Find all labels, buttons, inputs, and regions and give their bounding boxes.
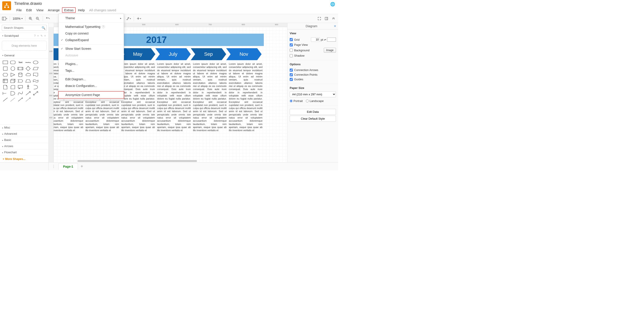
shape-step[interactable] (17, 78, 24, 83)
grid-checkbox[interactable] (290, 38, 293, 41)
category-flowchart[interactable]: Flowchart (0, 149, 48, 155)
shape-arrow1[interactable] (25, 91, 31, 96)
collapse-button[interactable] (330, 15, 337, 22)
shape-blank2[interactable] (40, 66, 46, 71)
landscape-radio[interactable] (306, 99, 309, 102)
grid-size-input[interactable] (311, 37, 320, 42)
shape-tape[interactable] (32, 78, 39, 83)
conn-points-checkbox[interactable] (290, 73, 293, 76)
shape-triangle[interactable] (10, 72, 16, 77)
globe-icon[interactable]: 🌐 (330, 2, 335, 7)
menu-arrange[interactable]: Arrange (46, 7, 62, 13)
pageview-checkbox[interactable] (290, 43, 293, 46)
dd-edit-diagram[interactable]: Edit Diagram... (59, 76, 124, 82)
shape-heading[interactable]: Heading (25, 60, 31, 65)
menu-help[interactable]: Help (76, 7, 87, 13)
shape-process[interactable] (17, 66, 24, 71)
shape-cube[interactable] (10, 78, 16, 83)
shape-note[interactable] (2, 85, 8, 90)
paper-size-select[interactable]: A4 (210 mm x 297 mm) (290, 91, 336, 97)
scroll-thumb[interactable] (78, 160, 197, 162)
shape-diamond[interactable] (25, 66, 31, 71)
lorem-col-4[interactable]: Lorem ipsum dolor sit amet, consectetur … (157, 62, 191, 132)
conn-arrows-checkbox[interactable] (290, 68, 293, 72)
shape-roundrect[interactable] (10, 60, 16, 65)
shape-arrow2[interactable] (32, 91, 39, 96)
shape-hexagon[interactable] (2, 72, 8, 77)
chevron-jul[interactable]: July (155, 48, 191, 60)
add-button[interactable]: +▾ (136, 15, 142, 22)
shape-cloud[interactable] (25, 72, 31, 77)
shape-callout[interactable] (17, 85, 24, 90)
sidebar-toggle-button[interactable]: ▾ (1, 15, 8, 22)
zoom-value[interactable]: 100% ▾ (12, 17, 24, 20)
shape-trapezoid[interactable] (25, 78, 31, 83)
page-menu-icon[interactable]: ⋮ (49, 164, 58, 169)
scratchpad-actions[interactable]: ? + ✎ × (34, 34, 46, 37)
grid-color-swatch[interactable] (327, 38, 336, 41)
shape-line3[interactable] (25, 97, 31, 102)
menu-view[interactable]: View (34, 7, 46, 13)
shape-parallelogram[interactable] (32, 66, 39, 71)
shape-rect[interactable] (2, 60, 8, 65)
shape-blank3[interactable] (40, 72, 46, 77)
undo-button[interactable] (45, 15, 51, 22)
document-title[interactable]: Timeline.drawio (14, 1, 336, 6)
dd-plugins[interactable]: Plugins... (59, 61, 124, 67)
clear-style-button[interactable]: Clear Default Style (290, 116, 336, 122)
chevron-may[interactable]: May (120, 48, 155, 60)
search-icon[interactable]: 🔍 (42, 26, 45, 30)
shape-or[interactable] (32, 85, 39, 90)
lorem-col-6[interactable]: Lorem ipsum dolor sit amet, consectetur … (228, 62, 263, 132)
chevron-sep[interactable]: Sep (191, 48, 226, 60)
lorem-col-3[interactable]: Lorem ipsum dolor sit amet, consectetur … (121, 62, 155, 132)
guides-checkbox[interactable] (290, 78, 293, 81)
portrait-radio[interactable] (290, 99, 292, 102)
shape-internal[interactable] (2, 78, 8, 83)
waypoint-button[interactable]: ▾ (125, 15, 132, 22)
shape-blank5[interactable] (40, 85, 46, 90)
dd-math[interactable]: Mathematical Typesetting? (59, 23, 124, 30)
shape-document[interactable] (32, 72, 39, 77)
search-input[interactable] (2, 25, 47, 31)
shape-card[interactable] (10, 85, 16, 90)
shape-square[interactable] (2, 66, 8, 71)
edit-data-button[interactable]: Edit Data (290, 109, 336, 115)
shape-ellipse[interactable] (32, 60, 39, 65)
dd-configuration[interactable]: draw.io Configuration... (59, 82, 124, 89)
category-arrows[interactable]: Arrows (0, 143, 48, 149)
menu-file[interactable]: File (14, 7, 24, 13)
zoom-out-button[interactable] (34, 15, 41, 22)
shape-dashed[interactable] (10, 97, 16, 102)
general-header[interactable]: ▾General (0, 52, 48, 59)
shape-circle[interactable] (10, 66, 16, 71)
shape-cylinder[interactable] (17, 72, 24, 77)
dd-theme[interactable]: Theme (59, 15, 124, 21)
dd-start-screen[interactable]: ✓Show Start Screen (59, 45, 124, 52)
menu-edit[interactable]: Edit (24, 7, 34, 13)
fullscreen-button[interactable] (316, 15, 323, 22)
shadow-checkbox[interactable] (290, 54, 293, 57)
dd-anonymize[interactable]: Anonymize Current Page (58, 91, 124, 99)
zoom-in-button[interactable] (27, 15, 34, 22)
format-toggle-button[interactable] (323, 15, 330, 22)
shape-data[interactable] (10, 91, 16, 96)
tab-diagram[interactable]: Diagram (289, 24, 334, 28)
scratchpad-dropzone[interactable]: Drag elements here (2, 41, 47, 51)
shape-curve[interactable] (17, 91, 24, 96)
shape-line2[interactable] (17, 97, 24, 102)
shape-blank[interactable] (40, 60, 46, 65)
shape-blank4[interactable] (40, 78, 46, 83)
more-shapes-button[interactable]: + More Shapes... (0, 155, 48, 162)
shape-actor[interactable] (25, 85, 31, 90)
chevron-nov[interactable]: Nov (226, 48, 262, 60)
add-page-button[interactable]: + (78, 164, 86, 169)
image-button[interactable]: Image (324, 48, 336, 53)
panel-close-icon[interactable]: ✕ (334, 24, 336, 28)
help-icon[interactable]: ? (102, 25, 105, 28)
category-advanced[interactable]: Advanced (0, 130, 48, 137)
dd-collapse[interactable]: ✓Collapse/Expand (59, 37, 124, 43)
dd-copy-connect[interactable]: Copy on connect (59, 30, 124, 37)
category-basic[interactable]: Basic (0, 137, 48, 143)
shape-text[interactable]: Text (17, 60, 24, 65)
